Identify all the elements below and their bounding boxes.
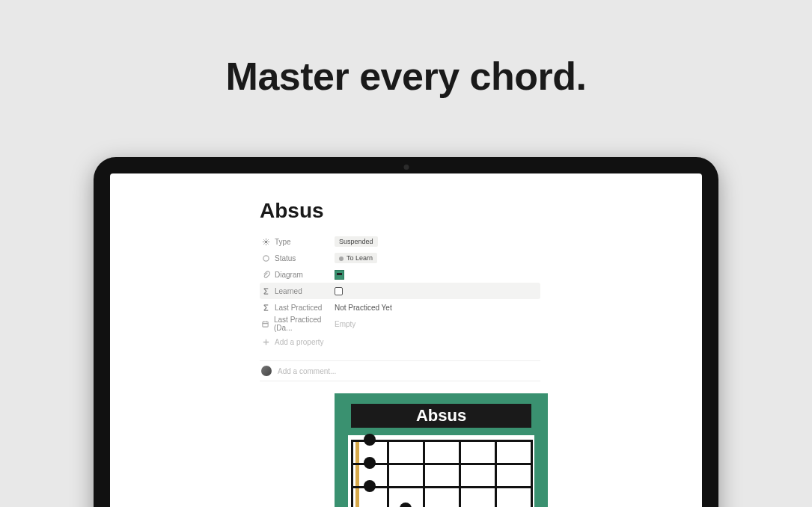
properties-list: TypeSuspendedStatusTo LearnDiagramLearne… bbox=[260, 233, 540, 332]
svg-rect-2 bbox=[263, 322, 268, 327]
circle-icon bbox=[261, 254, 270, 262]
camera-dot bbox=[403, 165, 409, 170]
sigma-icon bbox=[261, 286, 270, 295]
fret-line bbox=[351, 440, 353, 507]
avatar bbox=[261, 366, 272, 376]
property-row[interactable]: Last PracticedNot Practiced Yet bbox=[260, 299, 540, 316]
status-tag: To Learn bbox=[335, 253, 377, 263]
property-label-text: Status bbox=[275, 254, 296, 262]
fret-line bbox=[495, 440, 497, 507]
property-label-text: Learned bbox=[275, 287, 302, 295]
gear-icon bbox=[261, 237, 270, 246]
comment-placeholder: Add a comment... bbox=[278, 367, 336, 375]
page-title: Absus bbox=[260, 199, 540, 223]
property-value[interactable] bbox=[335, 270, 344, 280]
calendar-icon bbox=[261, 319, 269, 328]
property-row[interactable]: TypeSuspended bbox=[260, 233, 540, 250]
screen: Absus TypeSuspendedStatusTo LearnDiagram… bbox=[110, 173, 702, 507]
property-value-text: Empty bbox=[335, 320, 355, 328]
chord-diagram-card: Absus bbox=[335, 393, 548, 507]
property-label: Diagram bbox=[260, 270, 335, 279]
property-value[interactable]: To Learn bbox=[335, 253, 377, 263]
property-label: Type bbox=[260, 237, 335, 246]
string-line bbox=[352, 440, 531, 442]
checkbox[interactable] bbox=[335, 287, 343, 295]
tablet-frame: Absus TypeSuspendedStatusTo LearnDiagram… bbox=[94, 157, 718, 507]
property-value[interactable]: Suspended bbox=[335, 236, 378, 247]
property-row[interactable]: Last Practiced (Da...Empty bbox=[260, 316, 540, 332]
property-value[interactable] bbox=[335, 287, 343, 295]
string-line bbox=[352, 463, 531, 465]
finger-dot bbox=[364, 457, 376, 469]
property-label-text: Last Practiced (Da... bbox=[274, 316, 335, 332]
fret-line bbox=[387, 440, 389, 507]
finger-dot bbox=[364, 434, 376, 446]
property-label-text: Diagram bbox=[275, 271, 303, 279]
finger-dot bbox=[400, 503, 412, 507]
property-label: Learned bbox=[260, 286, 335, 295]
headline: Master every chord. bbox=[0, 0, 812, 99]
fret-line bbox=[459, 440, 461, 507]
plus-icon bbox=[261, 337, 270, 346]
diagram-thumbnail[interactable] bbox=[335, 270, 344, 280]
svg-point-0 bbox=[264, 240, 267, 243]
property-row[interactable]: Diagram bbox=[260, 266, 540, 283]
fret-line bbox=[531, 440, 533, 507]
property-value[interactable]: Not Practiced Yet bbox=[335, 304, 392, 312]
add-property-button[interactable]: Add a property bbox=[260, 334, 540, 350]
property-label: Last Practiced bbox=[260, 303, 335, 312]
tag: Suspended bbox=[335, 236, 378, 247]
property-label-text: Last Practiced bbox=[275, 304, 322, 312]
comment-input[interactable]: Add a comment... bbox=[260, 360, 540, 381]
property-value[interactable]: Empty bbox=[335, 320, 355, 328]
property-row[interactable]: Learned bbox=[260, 283, 540, 299]
fretboard bbox=[352, 440, 531, 507]
property-value-text: Not Practiced Yet bbox=[335, 304, 392, 312]
property-label: Last Practiced (Da... bbox=[260, 316, 335, 332]
property-label-text: Type bbox=[275, 238, 291, 246]
sigma-icon bbox=[261, 303, 270, 312]
property-row[interactable]: StatusTo Learn bbox=[260, 250, 540, 266]
string-line bbox=[352, 486, 531, 488]
fret-line bbox=[423, 440, 425, 507]
finger-dot bbox=[364, 480, 376, 492]
svg-point-1 bbox=[263, 255, 268, 260]
status-dot-icon bbox=[339, 256, 344, 261]
add-property-label: Add a property bbox=[275, 338, 324, 346]
property-label: Status bbox=[260, 254, 335, 262]
clip-icon bbox=[261, 270, 270, 279]
chord-name-bar: Absus bbox=[351, 404, 531, 428]
